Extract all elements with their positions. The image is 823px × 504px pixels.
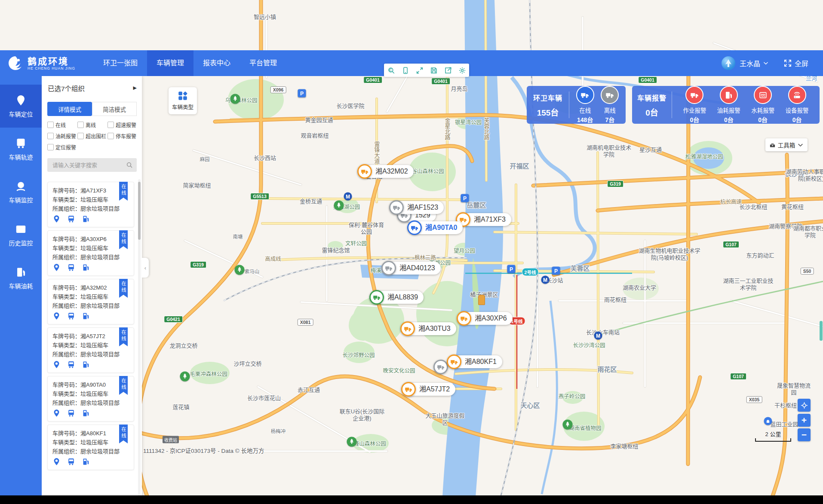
track-vehicle-icon[interactable] <box>67 215 75 223</box>
stat-item-设备报警[interactable]: 设备报警0台 <box>786 86 809 124</box>
mobile-icon[interactable] <box>402 67 409 74</box>
sidebar-item-3[interactable]: 历史监控 <box>0 214 42 257</box>
vehicle-card[interactable]: 车牌号码：湘A90TA0车辆类型：垃圾压缩车所属组织：厨余垃圾项目部在线 <box>47 376 134 422</box>
search-input[interactable] <box>52 162 122 169</box>
vehicle-marker-湘A57JT2[interactable]: 湘A57JT2 <box>401 382 416 397</box>
stat-item-离线[interactable]: 离线7台 <box>601 86 619 124</box>
filter-checkboxes: 在线离线超速报警油耗报警超出围栏停车报警定位报警 <box>47 121 138 155</box>
checkbox[interactable] <box>77 122 84 128</box>
map-label: 黄金园互通 <box>305 116 333 124</box>
track-vehicle-icon[interactable] <box>67 360 75 369</box>
org-summary[interactable]: 已选7个组织 <box>48 83 85 93</box>
vehicle-card[interactable]: 车牌号码：湘A71XF3车辆类型：垃圾压缩车所属组织：厨余垃圾项目部在线 <box>47 182 134 227</box>
filter-3[interactable]: 油耗报警 <box>47 132 77 140</box>
save-icon[interactable] <box>430 67 438 74</box>
fuel-vehicle-icon[interactable] <box>82 215 90 223</box>
stat-item-在线[interactable]: 在线148台 <box>576 86 594 124</box>
nav-item-2[interactable]: 报表中心 <box>193 50 240 76</box>
vehicle-card[interactable]: 车牌号码：湘A57JT2车辆类型：垃圾压缩车所属组织：厨余垃圾项目部在线 <box>47 327 134 373</box>
vehicle-type-button[interactable]: 车辆类型 <box>169 87 197 114</box>
fuel-vehicle-icon[interactable] <box>82 458 90 466</box>
track-vehicle-icon[interactable] <box>67 458 75 466</box>
vehicle-marker-湘A80KF1[interactable]: 湘A80KF1 <box>447 354 461 369</box>
fuel-vehicle-icon[interactable] <box>82 263 90 272</box>
filter-5[interactable]: 停车报警 <box>107 132 138 140</box>
vehicle-marker-湘AL8839[interactable]: 湘AL8839 <box>369 290 384 305</box>
truck-icon <box>393 204 401 212</box>
tree-poi-icon <box>230 94 240 104</box>
filter-2[interactable]: 超速报警 <box>107 121 138 128</box>
sidebar-item-1[interactable]: 车辆轨迹 <box>0 128 42 171</box>
locate-vehicle-icon[interactable] <box>52 215 61 223</box>
locate-vehicle-icon[interactable] <box>52 312 61 320</box>
nav-item-1[interactable]: 车辆管理 <box>147 50 193 76</box>
vehicle-marker-湘A90TA0[interactable]: 湘A90TA0 <box>407 220 422 235</box>
sidebar-item-0[interactable]: 车辆定位 <box>0 85 42 128</box>
avatar[interactable] <box>722 56 735 70</box>
checkbox[interactable] <box>47 122 54 128</box>
user-name[interactable]: 王水晶 <box>740 58 760 68</box>
vehicle-marker-湘AD40123[interactable]: 湘AD40123 <box>381 261 396 275</box>
map-label: 湖南劳动人事职业学院(新校区) <box>785 168 823 183</box>
settings-icon[interactable] <box>458 67 466 74</box>
vehicle-card[interactable]: 车牌号码：湘A32M02车辆类型：垃圾压缩车所属组织：厨余垃圾项目部在线 <box>47 279 134 324</box>
vehicle-card-actions <box>52 263 134 272</box>
sidebar-item-2[interactable]: 车辆监控 <box>0 171 42 214</box>
search-icon[interactable] <box>126 162 133 168</box>
checkbox[interactable] <box>47 133 54 139</box>
chevron-down-icon[interactable] <box>763 60 769 66</box>
stat-item-label: 油耗报警 <box>717 106 740 114</box>
vehicle-marker-湘A30XP6[interactable]: 湘A30XP6 <box>457 311 471 326</box>
stat-item-作业报警[interactable]: 作业报警0台 <box>683 86 706 124</box>
filter-6[interactable]: 定位报警 <box>47 144 77 151</box>
toolbox-button[interactable]: 工具箱 <box>765 138 808 151</box>
track-vehicle-icon[interactable] <box>67 409 75 417</box>
zoom-in-button[interactable]: + <box>798 414 811 427</box>
vehicle-marker-湘A30TU3[interactable]: 湘A30TU3 <box>400 321 415 336</box>
vehicle-marker[interactable] <box>433 360 448 374</box>
locate-vehicle-icon[interactable] <box>52 263 61 272</box>
track-vehicle-icon[interactable] <box>67 312 75 320</box>
vehicle-marker-湘AF1523[interactable]: 湘AF1523 <box>389 200 404 215</box>
locate-vehicle-icon[interactable] <box>52 458 61 466</box>
tab-simple-mode[interactable]: 简洁模式 <box>92 102 137 116</box>
locate-button[interactable] <box>798 399 811 412</box>
export-icon[interactable] <box>444 67 452 74</box>
truck-icon <box>437 363 445 371</box>
stat-item-水耗报警[interactable]: 水耗报警0台 <box>751 86 774 124</box>
list-scrollbar[interactable] <box>138 179 141 501</box>
map-label: 燕子岭公园 <box>559 392 586 400</box>
fuel-vehicle-icon[interactable] <box>82 312 90 320</box>
vehicle-card[interactable]: 车牌号码：湘A30XP6车辆类型：垃圾压缩车所属组织：厨余垃圾项目部在线 <box>47 230 134 276</box>
filter-1[interactable]: 离线 <box>77 121 107 128</box>
checkbox[interactable] <box>47 144 54 150</box>
checkbox[interactable] <box>107 133 114 139</box>
org-expand-arrow[interactable]: ▶ <box>133 85 137 91</box>
filter-4[interactable]: 超出围栏 <box>77 132 107 140</box>
sidebar-item-4[interactable]: 车辆油耗 <box>0 257 42 299</box>
vehicle-panel: 已选7个组织 ▶ 详情模式 简洁模式 在线离线超速报警油耗报警超出围栏停车报警定… <box>42 76 142 504</box>
map-label: 芙蓉区 <box>570 263 590 272</box>
page-scrollbar-thumb[interactable] <box>820 321 823 341</box>
nav-item-3[interactable]: 平台管理 <box>240 50 286 76</box>
nav-item-0[interactable]: 环卫一张图 <box>94 50 147 76</box>
fuel-vehicle-icon[interactable] <box>82 409 90 417</box>
zoom-out-button[interactable]: − <box>798 428 811 441</box>
fuel-vehicle-icon[interactable] <box>82 360 90 369</box>
toll-station-label: 收费站 <box>163 436 179 443</box>
track-vehicle-icon[interactable] <box>67 263 75 272</box>
fullscreen-button[interactable]: 全屏 <box>783 58 808 68</box>
stat-item-油耗报警[interactable]: 油耗报警0台 <box>717 86 740 124</box>
vehicle-card[interactable]: 车牌号码：湘A80KF1车辆类型：垃圾压缩车所属组织：厨余垃圾项目部在线 <box>47 425 134 470</box>
checkbox[interactable] <box>77 133 84 139</box>
tab-detail-mode[interactable]: 详情模式 <box>47 102 92 116</box>
locate-vehicle-icon[interactable] <box>52 360 61 369</box>
filter-0[interactable]: 在线 <box>47 121 77 128</box>
vehicle-marker-湘A32M02[interactable]: 湘A32M02 <box>357 164 372 179</box>
checkbox[interactable] <box>107 122 114 128</box>
locate-vehicle-icon[interactable] <box>52 409 61 417</box>
expand-icon[interactable] <box>416 67 424 74</box>
vehicle-marker-circle <box>407 220 422 235</box>
zoom-search-icon[interactable] <box>387 67 395 74</box>
panel-collapse-handle[interactable]: ‹ <box>142 258 149 278</box>
